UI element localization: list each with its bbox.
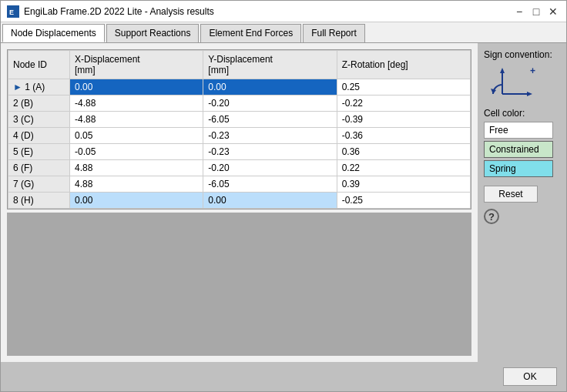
maximize-button[interactable]: □ <box>529 5 543 18</box>
table-row[interactable]: 8 (H)0.000.00-0.25 <box>8 193 471 209</box>
table-row[interactable]: 4 (D)0.05-0.23-0.36 <box>8 128 471 144</box>
cell-nodeid: 4 (D) <box>8 128 70 144</box>
window-controls: − □ ✕ <box>512 5 560 18</box>
cell-zrot: 0.39 <box>337 176 470 193</box>
table-row[interactable]: 2 (B)-4.88-0.20-0.22 <box>8 95 471 112</box>
cell-xdisp: 0.05 <box>70 128 203 144</box>
cell-ydisp: -6.05 <box>203 112 337 128</box>
cell-zrot: -0.22 <box>337 95 470 112</box>
cell-xdisp: -0.05 <box>70 144 203 160</box>
col-header-nodeid: Node ID <box>8 51 70 79</box>
cell-zrot: -0.39 <box>337 112 470 128</box>
cell-xdisp: 0.00 <box>70 79 203 95</box>
color-constrained: Constrained <box>484 141 553 158</box>
cell-ydisp: -0.23 <box>203 144 337 160</box>
svg-text:E: E <box>9 8 14 16</box>
displacements-table: Node ID X-Displacement[mm] Y-Displacemen… <box>8 50 471 209</box>
table-row[interactable]: 7 (G)4.88-6.050.39 <box>8 176 471 193</box>
cell-xdisp: 0.00 <box>70 193 203 209</box>
content-area: Node ID X-Displacement[mm] Y-Displacemen… <box>1 43 566 362</box>
svg-text:+: + <box>530 65 535 76</box>
cell-zrot: 0.36 <box>337 144 470 160</box>
cell-zrot: 0.22 <box>337 160 470 176</box>
tab-element-end-forces[interactable]: Element End Forces <box>200 24 301 42</box>
bottom-bar: OK <box>1 362 566 391</box>
axis-diagram: + <box>487 63 541 102</box>
svg-marker-6 <box>491 89 496 94</box>
empty-area <box>7 213 471 356</box>
cell-nodeid: ► 1 (A) <box>8 79 70 95</box>
cell-nodeid: 5 (E) <box>8 144 70 160</box>
col-header-zrot: Z-Rotation [deg] <box>337 51 470 79</box>
tab-full-report[interactable]: Full Report <box>303 24 365 42</box>
cell-ydisp: -6.05 <box>203 176 337 193</box>
right-panel: Sign convention: + Cell color: Free Cons… <box>478 43 566 362</box>
cell-ydisp: 0.00 <box>203 79 337 95</box>
table-row[interactable]: 3 (C)-4.88-6.05-0.39 <box>8 112 471 128</box>
close-button[interactable]: ✕ <box>546 5 560 18</box>
tab-node-displacements[interactable]: Node Displacements <box>2 24 105 42</box>
cell-nodeid: 2 (B) <box>8 95 70 112</box>
help-button[interactable]: ? <box>484 209 499 224</box>
cell-zrot: -0.25 <box>337 193 470 209</box>
reset-button[interactable]: Reset <box>484 186 538 203</box>
color-free: Free <box>484 122 553 139</box>
color-spring: Spring <box>484 160 553 177</box>
cell-zrot: -0.36 <box>337 128 470 144</box>
col-header-ydisp: Y-Displacement[mm] <box>203 51 337 79</box>
minimize-button[interactable]: − <box>512 5 526 18</box>
app-icon: E <box>7 5 19 18</box>
cell-nodeid: 8 (H) <box>8 193 70 209</box>
window-title: EngiLab Frame.2D 2022 Lite - Analysis re… <box>24 6 512 17</box>
data-table-container: Node ID X-Displacement[mm] Y-Displacemen… <box>7 49 471 209</box>
cell-nodeid: 7 (G) <box>8 176 70 193</box>
cell-xdisp: -4.88 <box>70 95 203 112</box>
tab-support-reactions[interactable]: Support Reactions <box>106 24 200 42</box>
title-bar: E EngiLab Frame.2D 2022 Lite - Analysis … <box>1 1 566 22</box>
cell-ydisp: -0.23 <box>203 128 337 144</box>
table-row[interactable]: ► 1 (A)0.000.000.25 <box>8 79 471 95</box>
col-header-xdisp: X-Displacement[mm] <box>70 51 203 79</box>
cell-color-label: Cell color: <box>484 108 525 119</box>
svg-marker-3 <box>500 68 505 73</box>
cell-xdisp: 4.88 <box>70 160 203 176</box>
cell-nodeid: 3 (C) <box>8 112 70 128</box>
cell-zrot: 0.25 <box>337 79 470 95</box>
cell-ydisp: -0.20 <box>203 95 337 112</box>
cell-ydisp: -0.20 <box>203 160 337 176</box>
cell-nodeid: 6 (F) <box>8 160 70 176</box>
table-row[interactable]: 6 (F)4.88-0.200.22 <box>8 160 471 176</box>
ok-button[interactable]: OK <box>503 367 557 386</box>
table-row[interactable]: 5 (E)-0.05-0.230.36 <box>8 144 471 160</box>
tab-bar: Node Displacements Support Reactions Ele… <box>1 22 566 43</box>
svg-marker-5 <box>527 92 532 96</box>
main-window: E EngiLab Frame.2D 2022 Lite - Analysis … <box>0 0 567 392</box>
main-panel: Node ID X-Displacement[mm] Y-Displacemen… <box>1 43 478 362</box>
cell-xdisp: 4.88 <box>70 176 203 193</box>
sign-convention-label: Sign convention: <box>484 49 552 60</box>
cell-xdisp: -4.88 <box>70 112 203 128</box>
cell-ydisp: 0.00 <box>203 193 337 209</box>
